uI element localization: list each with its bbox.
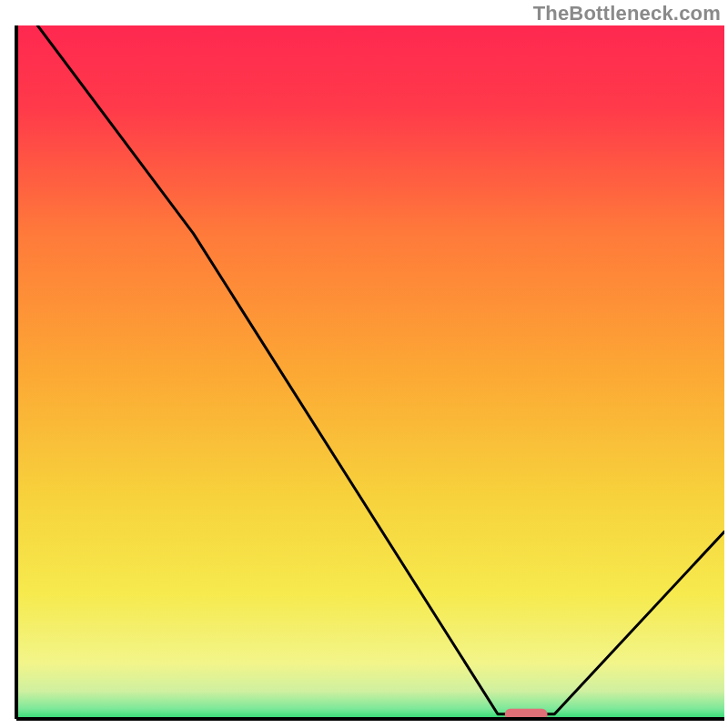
plot-background (16, 25, 724, 719)
chart-svg (0, 0, 728, 728)
chart-container: TheBottleneck.com (0, 0, 728, 728)
